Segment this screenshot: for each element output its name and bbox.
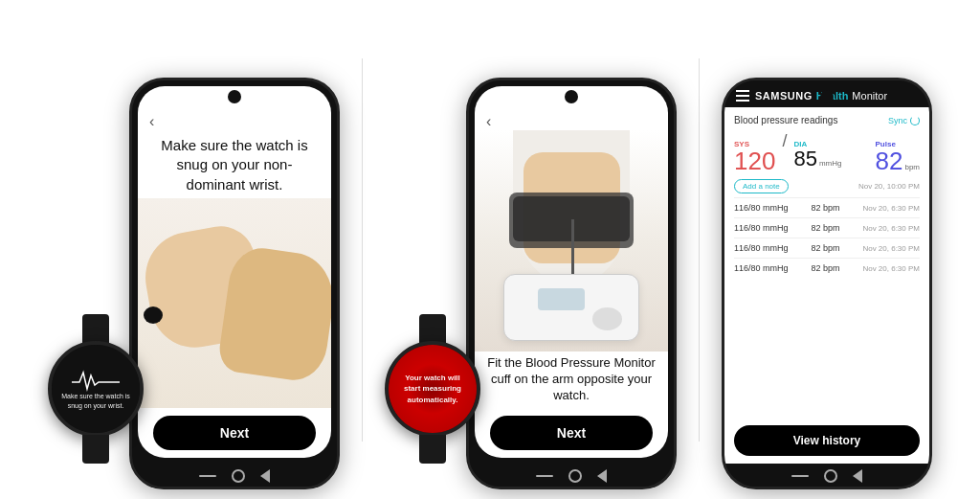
finger-2 xyxy=(187,240,194,261)
bp-history-list: 116/80 mmHg 82 bpm Nov 20, 6:30 PM 116/8… xyxy=(734,197,920,418)
bp-readings-label: Blood pressure readings xyxy=(734,115,837,125)
p1-back-arrow[interactable]: ‹ xyxy=(149,113,154,129)
p3-nav-bar xyxy=(724,464,929,487)
phone-1: ‹ Make sure the watch is snug on your no… xyxy=(129,78,340,489)
bp-date-3: Nov 20, 6:30 PM xyxy=(862,244,920,253)
dia-block: DIA 85 mmHg xyxy=(793,140,841,170)
nav-home-icon-3[interactable] xyxy=(824,469,837,483)
dia-unit: mmHg xyxy=(819,159,842,168)
p2-next-button[interactable]: Next xyxy=(490,416,653,450)
sys-block: SYS 120 xyxy=(734,140,775,173)
bp-entry-4: 116/80 mmHg 82 bpm Nov 20, 6:30 PM xyxy=(734,258,920,278)
pulse-unit: bpm xyxy=(904,163,920,171)
bp-machine-button xyxy=(592,307,622,330)
bp-reading-4: 116/80 mmHg xyxy=(734,263,789,273)
p1-instruction-title: Make sure the watch is snug on your non-… xyxy=(138,130,331,198)
watch-2-label: Your watch will start measuring automati… xyxy=(389,373,477,405)
phone-2-notch xyxy=(565,90,578,103)
ecg-icon xyxy=(72,368,120,392)
bp-pulse-3: 82 bpm xyxy=(811,243,839,253)
phone-1-screen: ‹ Make sure the watch is snug on your no… xyxy=(138,86,331,458)
bp-pulse-4: 82 bpm xyxy=(811,263,839,273)
nav-back-icon-3[interactable] xyxy=(853,469,862,483)
p2-back-arrow[interactable]: ‹ xyxy=(486,113,491,129)
watch-1-container: Make sure the watch is snug on your wris… xyxy=(48,341,144,437)
add-note-row: Add a note Nov 20, 10:00 PM xyxy=(734,179,920,193)
divider-2 xyxy=(699,58,700,442)
phone-3: SAMSUNG Health Monitor Blood pressure re… xyxy=(722,78,932,489)
hamburger-line-3 xyxy=(736,100,749,102)
entry-date: Nov 20, 10:00 PM xyxy=(858,182,920,191)
pulse-value: 82 xyxy=(876,148,903,173)
p1-next-button[interactable]: Next xyxy=(153,416,316,450)
bp-header-row: Blood pressure readings Sync xyxy=(734,115,920,125)
bp-pulse-2: 82 bpm xyxy=(811,223,839,233)
watch-ecg-display: Make sure the watch is snug on your wris… xyxy=(52,345,140,433)
watch-face-2: Your watch will start measuring automati… xyxy=(385,341,480,437)
p3-brand: SAMSUNG Health Monitor xyxy=(755,90,918,102)
bp-date-2: Nov 20, 6:30 PM xyxy=(862,224,920,233)
watch-band-top-2 xyxy=(419,314,446,343)
phone-2-group: Your watch will start measuring automati… xyxy=(385,78,677,489)
p2-instruction-title: Fit the Blood Pressure Monitor cuff on t… xyxy=(475,352,668,408)
bp-reading-3: 116/80 mmHg xyxy=(734,243,789,253)
sync-label: Sync xyxy=(888,116,907,125)
bp-entry-2: 116/80 mmHg 82 bpm Nov 20, 6:30 PM xyxy=(734,217,920,238)
p3-content: Blood pressure readings Sync SYS 120 / D… xyxy=(724,107,929,464)
pulse-block: Pulse 82 bpm xyxy=(876,140,920,173)
phone-2: ‹ xyxy=(466,78,677,489)
bp-pulse-1: 82 bpm xyxy=(811,203,839,213)
add-note-button[interactable]: Add a note xyxy=(734,179,789,193)
watch-band-top-1 xyxy=(82,314,109,343)
sync-button[interactable]: Sync xyxy=(888,116,920,125)
brand-monitor: Monitor xyxy=(852,90,887,102)
bp-machine xyxy=(503,274,638,340)
p2-nav-bar xyxy=(469,464,674,487)
nav-back-icon-2[interactable] xyxy=(597,469,607,483)
watch-2: Your watch will start measuring automati… xyxy=(385,341,480,437)
bp-entry-1: 116/80 mmHg 82 bpm Nov 20, 6:30 PM xyxy=(734,197,920,217)
phone-1-group: Make sure the watch is snug on your wris… xyxy=(48,78,340,489)
nav-back-icon[interactable] xyxy=(260,469,270,483)
watch-face-1: Make sure the watch is snug on your wris… xyxy=(48,341,144,437)
bp-date-1: Nov 20, 6:30 PM xyxy=(862,204,920,213)
nav-lines-icon[interactable] xyxy=(199,475,216,477)
phone-1-notch xyxy=(228,90,241,103)
phone-2-screen: ‹ xyxy=(475,86,668,458)
sys-value: 120 xyxy=(734,148,775,173)
bp-machine-screen xyxy=(538,288,585,311)
cuff-tube xyxy=(571,219,574,275)
p1-image-area xyxy=(138,198,331,408)
hand-right xyxy=(216,243,331,383)
bp-reading-1: 116/80 mmHg xyxy=(734,203,789,213)
watch-1: Make sure the watch is snug on your wris… xyxy=(48,341,144,437)
watch-band-bottom-1 xyxy=(82,435,109,464)
watch-band-bottom-2 xyxy=(419,435,446,464)
nav-home-icon[interactable] xyxy=(232,469,245,483)
hamburger-line-2 xyxy=(736,95,749,97)
brand-samsung: SAMSUNG xyxy=(755,90,813,102)
p1-nav-bar xyxy=(132,464,337,487)
bp-entry-3: 116/80 mmHg 82 bpm Nov 20, 6:30 PM xyxy=(734,238,920,258)
dia-value: 85 xyxy=(793,148,816,170)
nav-lines-icon-2[interactable] xyxy=(536,475,553,477)
scene: Make sure the watch is snug on your wris… xyxy=(0,0,980,499)
watch-1-label: Make sure the watch is snug on your wris… xyxy=(52,392,140,409)
nav-home-icon-2[interactable] xyxy=(568,469,582,483)
phone-3-notch xyxy=(820,90,834,103)
bp-reading-2: 116/80 mmHg xyxy=(734,223,789,233)
finger-3 xyxy=(206,244,213,263)
p2-image-area xyxy=(475,130,668,352)
divider-1 xyxy=(362,58,363,442)
bp-slash: / xyxy=(782,131,787,151)
sync-icon xyxy=(910,116,920,125)
watch-measuring-display: Your watch will start measuring automati… xyxy=(389,345,477,433)
watch-2-container: Your watch will start measuring automati… xyxy=(385,341,480,437)
bp-date-4: Nov 20, 6:30 PM xyxy=(862,264,920,273)
bp-current-reading: SYS 120 / DIA 85 mmHg Pulse 82 bpm xyxy=(734,131,920,173)
hamburger-line-1 xyxy=(736,90,749,92)
view-history-button[interactable]: View history xyxy=(734,425,920,456)
hamburger-menu-icon[interactable] xyxy=(736,90,749,102)
nav-lines-icon-3[interactable] xyxy=(791,475,809,477)
finger-1 xyxy=(167,246,174,265)
